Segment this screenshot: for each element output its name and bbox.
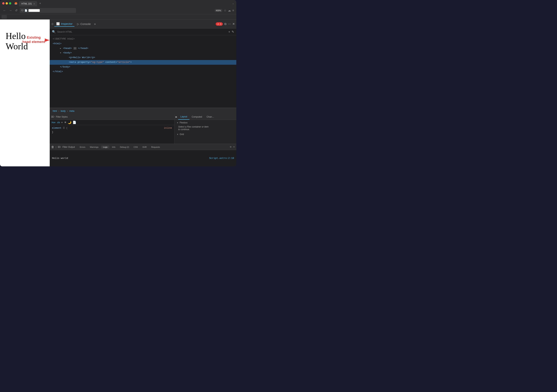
console-tab-warnings[interactable]: Warnings	[88, 146, 100, 148]
breadcrumb-html[interactable]: html	[53, 110, 57, 112]
console-panel: 🗑 | ⌦ Filter Output Errors Warnings	[50, 144, 236, 166]
tree-node-html-close[interactable]: </html>	[50, 69, 236, 74]
tree-node-head[interactable]: ▶ <head> ☰ </head>	[50, 46, 236, 51]
close-console-icon[interactable]: ✕	[233, 146, 235, 148]
tree-node-meta[interactable]: <meta property="og:type" content="articl…	[50, 60, 236, 65]
console-tab-logs[interactable]: Logs	[101, 146, 109, 148]
styles-panel: ⌦ Filter Styles :hov .cls + ☀ 🌙 📄	[50, 114, 174, 144]
menu-icon[interactable]: ≡	[232, 9, 234, 12]
flexbox-description: Select a Flex container or itemto contin…	[177, 125, 234, 131]
dark-mode-icon[interactable]: 🌙	[68, 121, 72, 124]
more-tabs-button[interactable]: »	[93, 22, 97, 26]
meta-tag-close: >	[130, 61, 132, 64]
page-heading: Hello World	[6, 31, 44, 51]
tree-node-p[interactable]: <p>Hello World</p>	[50, 55, 236, 60]
head-close-tag: </head>	[78, 47, 88, 50]
console-tab-debug[interactable]: Debug (2)	[118, 146, 131, 148]
error-badge: ⚠ 1	[216, 22, 223, 26]
console-tab-errors[interactable]: Errors	[78, 146, 87, 148]
element-picker-icon[interactable]: ⊹	[51, 22, 54, 26]
close-brace: }	[52, 131, 53, 134]
browser-tab-active[interactable]: HTML 101 ✕	[19, 1, 37, 6]
add-html-button[interactable]: +	[229, 30, 230, 33]
screenshot-icon[interactable]: 📄	[73, 121, 76, 124]
styles-actions: :hov .cls + ☀ 🌙 📄	[50, 120, 174, 125]
hov-button[interactable]: :hov	[51, 121, 56, 124]
console-toolbar: 🗑 | ⌦ Filter Output Errors Warnings	[50, 144, 236, 150]
console-tab-requests[interactable]: Requests	[149, 146, 162, 148]
filter-output-label: Filter Output	[62, 146, 75, 148]
more-options-icon[interactable]: ⋯	[228, 22, 231, 26]
p-tag: <p>Hello World</p>	[69, 56, 95, 59]
tab-title: HTML 101	[21, 2, 32, 5]
close-devtools-icon[interactable]: ✕	[232, 22, 235, 26]
add-style-button[interactable]: +	[61, 121, 63, 124]
console-tab-xhr[interactable]: XHR	[140, 146, 148, 148]
head-tag: <head>	[63, 47, 72, 50]
new-window-icon[interactable]: ⧉	[224, 22, 226, 26]
grid-toggle[interactable]: ▼	[177, 133, 179, 135]
bottom-panel: html › body › meta ⌦ Filter Styles	[50, 108, 236, 166]
page-icon: 📄	[25, 9, 27, 12]
console-tabs: Errors Warnings Logs Info	[78, 146, 162, 148]
tab-changes[interactable]: Chan…	[204, 114, 216, 120]
forward-button[interactable]: →	[8, 8, 13, 13]
console-toolbar-right: ⚙ ✕	[230, 146, 235, 148]
body-toggle[interactable]: ▼	[60, 52, 61, 54]
sidebar-toggle[interactable]	[1, 15, 7, 19]
shield-icon: 🛡	[21, 9, 24, 12]
grid-label: Grid	[180, 133, 184, 136]
new-tab-button[interactable]: +	[39, 2, 41, 5]
head-toggle[interactable]: ▶	[60, 48, 61, 49]
layout-play-icon[interactable]: ▶	[174, 115, 178, 119]
flexbox-toggle[interactable]: ▼	[177, 122, 179, 124]
chevron-down-icon[interactable]: ⌄	[232, 2, 234, 5]
close-button[interactable]	[2, 2, 5, 5]
reload-button[interactable]: ↺	[14, 8, 18, 13]
devtools-toolbar: ⊹ ⬜ Inspector ▷ Console » ⚠ 1 ⧉ ⋯	[50, 19, 236, 29]
tree-node-doctype[interactable]: <!DOCTYPE html>	[50, 37, 236, 41]
tab-layout[interactable]: Layout	[178, 114, 189, 120]
console-content: Hello world Script.astro:2:10	[50, 150, 236, 166]
flexbox-label: Flexbox	[180, 121, 188, 124]
edit-html-icon[interactable]: ✎	[232, 30, 234, 33]
head-collapsed-indicator: ☰	[73, 47, 77, 50]
sync-icon[interactable]: ☁	[228, 9, 231, 12]
console-tab-css[interactable]: CSS	[132, 146, 140, 148]
console-log-source[interactable]: Script.astro:2:10	[209, 157, 234, 160]
error-icon: ⚠	[217, 23, 219, 25]
tab-computed[interactable]: Computed	[189, 114, 204, 120]
back-button[interactable]: ←	[2, 8, 7, 13]
maximize-button[interactable]	[9, 2, 11, 5]
breadcrumb: html › body › meta	[50, 108, 236, 114]
tree-node-body-close[interactable]: </body>	[50, 65, 236, 69]
filter-pipe: |	[56, 146, 56, 148]
breadcrumb-body[interactable]: body	[61, 110, 66, 112]
tab-inspector[interactable]: ⬜ Inspector	[54, 21, 74, 27]
console-tab-info[interactable]: Info	[110, 146, 117, 148]
search-input[interactable]	[57, 30, 227, 33]
inspector-tab-label: Inspector	[61, 22, 73, 25]
tab-close-icon[interactable]: ✕	[33, 3, 35, 5]
breadcrumb-sep-1: ›	[58, 110, 59, 112]
tree-node-html[interactable]: <html>	[50, 41, 236, 46]
bookmark-icon[interactable]: ☆	[224, 9, 226, 12]
light-mode-icon[interactable]: ☀	[64, 121, 66, 124]
close-brace-line: }	[52, 130, 172, 134]
filter-styles-label: Filter Styles	[56, 115, 68, 118]
settings-icon[interactable]: ⚙	[230, 146, 232, 148]
error-count: 1	[220, 23, 221, 25]
body-open-tag: <body>	[63, 51, 72, 54]
styles-layout-row: ⌦ Filter Styles :hov .cls + ☀ 🌙 📄	[50, 114, 236, 144]
breadcrumb-meta[interactable]: meta	[69, 110, 74, 112]
search-bar: 🔍 + ✎	[50, 29, 236, 35]
tab-console[interactable]: ▷ Console	[75, 22, 93, 26]
trash-icon[interactable]: 🗑	[51, 145, 54, 149]
url-display[interactable]	[29, 9, 40, 12]
tree-node-body[interactable]: ▼ <body>	[50, 51, 236, 55]
minimize-button[interactable]	[6, 2, 8, 5]
cls-button[interactable]: .cls	[57, 121, 60, 124]
html-tag: <html>	[53, 42, 62, 45]
address-bar[interactable]: 🛡 📄	[20, 8, 76, 13]
html-close-tag: </html>	[53, 70, 63, 73]
